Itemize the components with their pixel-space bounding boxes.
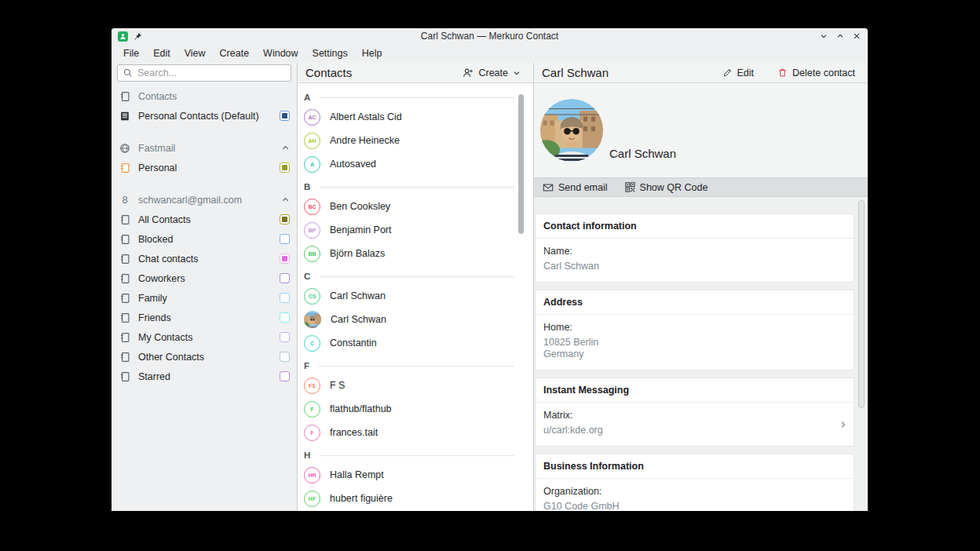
sidebar-item-coworkers[interactable]: Coworkers bbox=[112, 268, 297, 288]
collection-checkbox[interactable] bbox=[280, 332, 290, 342]
contact-list-item[interactable]: CS Carl Schwan bbox=[298, 284, 533, 308]
sidebar-item-personal[interactable]: Personal bbox=[112, 158, 297, 177]
sidebar-item-starred[interactable]: Starred bbox=[112, 367, 297, 386]
contact-list-item[interactable]: AC Albert Astals Cid bbox=[298, 105, 533, 129]
contacts-pane-header: Contacts Create bbox=[298, 63, 533, 83]
collection-checkbox[interactable] bbox=[280, 254, 290, 264]
app-icon bbox=[118, 31, 128, 42]
sidebar-item-label: Starred bbox=[138, 371, 272, 382]
menu-settings[interactable]: Settings bbox=[307, 46, 353, 60]
card-instant-messaging: Instant Messaging Matrix: u/carl:kde.org bbox=[535, 378, 854, 447]
contact-list-item-selected[interactable]: Carl Schwan bbox=[298, 308, 533, 331]
menu-window[interactable]: Window bbox=[258, 46, 303, 60]
card-title: Address bbox=[536, 290, 854, 315]
details-pane-header: Carl Schwan Edit Delete contact bbox=[534, 63, 868, 83]
create-button[interactable]: Create bbox=[458, 65, 525, 81]
delete-contact-button[interactable]: Delete contact bbox=[773, 65, 860, 81]
chevron-up-icon[interactable] bbox=[281, 195, 290, 204]
search-field[interactable] bbox=[117, 64, 291, 82]
collection-checkbox[interactable] bbox=[280, 162, 290, 173]
contact-name: F S bbox=[330, 380, 345, 391]
globe-icon bbox=[119, 143, 131, 154]
details-scrollbar[interactable] bbox=[858, 200, 865, 408]
contact-list-item[interactable]: BC Ben Cooksley bbox=[298, 195, 533, 218]
sidebar-group-gmail[interactable]: 8 schwancarl@gmail.com bbox=[112, 190, 297, 210]
contact-list-item[interactable]: HR Halla Rempt bbox=[298, 463, 533, 487]
collection-checkbox[interactable] bbox=[280, 111, 290, 121]
sidebar-item-other-contacts[interactable]: Other Contacts bbox=[112, 347, 297, 367]
contact-list-item[interactable]: FS F S bbox=[298, 374, 533, 397]
contact-list-item[interactable]: F frances.tait bbox=[298, 421, 533, 444]
avatar: HF bbox=[304, 491, 320, 507]
search-input[interactable] bbox=[137, 68, 285, 78]
edit-button[interactable]: Edit bbox=[718, 65, 759, 81]
field-label: Name: bbox=[543, 246, 846, 257]
window-title: Carl Schwan — Merkuro Contact bbox=[112, 31, 868, 42]
contact-name: Autosaved bbox=[330, 159, 376, 170]
sidebar-item-chat-contacts[interactable]: Chat contacts bbox=[112, 249, 297, 268]
sidebar-item-friends[interactable]: Friends bbox=[112, 308, 297, 327]
pin-icon[interactable] bbox=[133, 32, 142, 41]
show-qr-code-button[interactable]: Show QR Code bbox=[625, 182, 708, 193]
envelope-icon bbox=[543, 182, 554, 193]
sidebar-item-personal-contacts-default[interactable]: Personal Contacts (Default) bbox=[112, 106, 297, 126]
contacts-pane: Contacts Create A AC Albert Astals Cid bbox=[298, 63, 534, 511]
field-label: Organization: bbox=[543, 486, 846, 497]
collection-checkbox[interactable] bbox=[280, 312, 290, 323]
sidebar-group-fastmail[interactable]: Fastmail bbox=[112, 138, 297, 158]
contact-name: Ben Cooksley bbox=[330, 201, 390, 212]
field-label: Home: bbox=[543, 322, 846, 333]
collection-checkbox[interactable] bbox=[280, 214, 290, 224]
titlebar: Carl Schwan — Merkuro Contact bbox=[112, 28, 868, 44]
sidebar-item-my-contacts[interactable]: My Contacts bbox=[112, 327, 297, 347]
card-address: Address Home: 10825 Berlin Germany bbox=[535, 290, 854, 370]
contact-list-item[interactable]: HF hubert figuière bbox=[298, 487, 533, 510]
sidebar-item-blocked[interactable]: Blocked bbox=[112, 229, 297, 249]
sidebar-item-all-contacts[interactable]: All Contacts bbox=[112, 210, 297, 229]
close-icon[interactable] bbox=[852, 31, 861, 41]
menu-help[interactable]: Help bbox=[357, 46, 388, 60]
person-add-icon bbox=[463, 68, 474, 78]
address-book-icon bbox=[119, 91, 131, 102]
chevron-up-icon[interactable] bbox=[281, 144, 290, 152]
collection-checkbox[interactable] bbox=[280, 273, 290, 283]
contact-list-item[interactable]: AH Andre Heinecke bbox=[298, 129, 533, 152]
menu-view[interactable]: View bbox=[179, 46, 211, 60]
sidebar-item-label: Coworkers bbox=[138, 273, 272, 284]
menu-file[interactable]: File bbox=[118, 46, 144, 60]
contact-list-item[interactable]: BB Björn Balazs bbox=[298, 242, 533, 265]
contact-name: Benjamin Port bbox=[330, 224, 392, 235]
contact-list-scrollbar[interactable] bbox=[518, 94, 524, 234]
contact-list-item[interactable]: A Autosaved bbox=[298, 152, 533, 176]
minimize-icon[interactable] bbox=[819, 31, 828, 41]
pencil-icon bbox=[722, 68, 733, 78]
sidebar-item-contacts[interactable]: Contacts bbox=[112, 86, 297, 106]
sidebar-item-label: My Contacts bbox=[138, 332, 272, 343]
field-value: G10 Code GmbH bbox=[543, 501, 846, 511]
contact-name: frances.tait bbox=[330, 427, 378, 438]
google-account-icon: 8 bbox=[119, 194, 131, 206]
collection-checkbox[interactable] bbox=[280, 293, 290, 303]
section-header: C bbox=[298, 265, 533, 284]
maximize-icon[interactable] bbox=[836, 31, 845, 41]
send-email-button[interactable]: Send email bbox=[543, 182, 608, 193]
menu-create[interactable]: Create bbox=[214, 46, 255, 60]
contact-list-item[interactable]: C Constantin bbox=[298, 331, 533, 355]
create-button-label: Create bbox=[478, 68, 508, 78]
collection-checkbox[interactable] bbox=[280, 234, 290, 244]
collection-checkbox[interactable] bbox=[280, 352, 290, 362]
menu-edit[interactable]: Edit bbox=[148, 46, 176, 60]
contact-list-item[interactable]: BP Benjamin Port bbox=[298, 218, 533, 242]
sidebar-item-label: Personal Contacts (Default) bbox=[138, 111, 272, 122]
avatar: F bbox=[304, 425, 320, 441]
sidebar-item-family[interactable]: Family bbox=[112, 288, 297, 308]
sidebar-item-label: All Contacts bbox=[138, 214, 272, 225]
matrix-row[interactable]: Matrix: u/carl:kde.org bbox=[536, 403, 854, 446]
contact-display-name: Carl Schwan bbox=[609, 147, 676, 160]
collection-checkbox[interactable] bbox=[280, 371, 290, 381]
contacts-stack-icon bbox=[119, 111, 131, 122]
avatar: C bbox=[304, 335, 320, 352]
sidebar-group-label: schwancarl@gmail.com bbox=[138, 195, 274, 206]
contact-list-item[interactable]: F flathub/flathub bbox=[298, 397, 533, 421]
field-label: Matrix: bbox=[543, 410, 846, 421]
